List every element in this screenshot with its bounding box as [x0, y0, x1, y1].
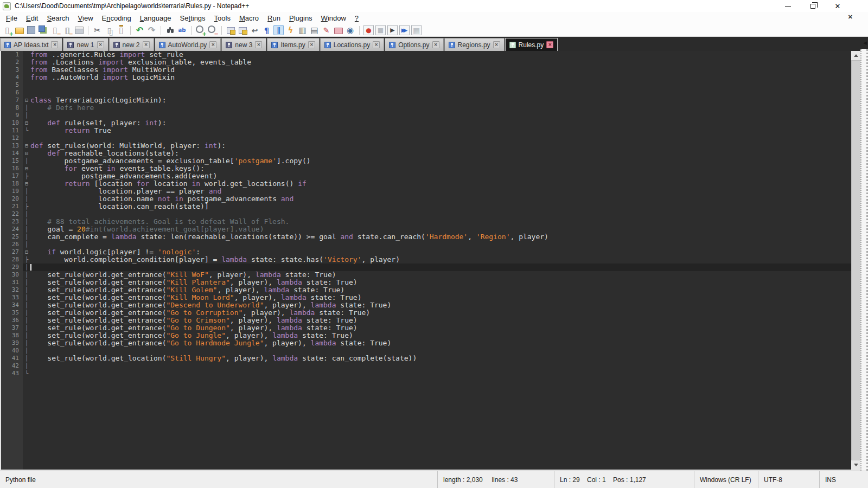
tab-close-icon[interactable]: ✕ [546, 41, 553, 48]
tab-new-1[interactable]: new 1✕ [63, 38, 108, 51]
restore-button[interactable] [800, 0, 825, 12]
code-line-25[interactable]: 25│ can_complete = lambda state: len(rea… [1, 233, 860, 241]
fold-marker-icon[interactable]: ⊟ [23, 119, 30, 127]
code-line-4[interactable]: 4from ..AutoWorld import LogicMixin [1, 74, 860, 81]
fold-marker-icon[interactable]: ⊟ [23, 180, 30, 188]
code-line-31[interactable]: 31│ set_rule(world.get_entrance("Kill Pl… [1, 279, 860, 286]
sync-h-icon[interactable] [238, 25, 248, 35]
macro-record-icon[interactable] [363, 25, 374, 35]
menu-macro[interactable]: Macro [235, 13, 263, 23]
edit-marker-icon[interactable] [321, 25, 331, 35]
tab-rules-py[interactable]: Rules.py✕ [505, 38, 558, 51]
tab-close-icon[interactable]: ✕ [143, 41, 150, 48]
find-icon[interactable] [165, 25, 175, 35]
macro-run-multiple-icon[interactable] [399, 25, 410, 35]
code-line-10[interactable]: 10⊟ def rule(self, player: int): [1, 119, 860, 127]
tab-close-icon[interactable]: ✕ [209, 41, 216, 48]
undo-icon[interactable] [135, 25, 145, 35]
code-line-28[interactable]: 28├ world.completion_condition[player] =… [1, 256, 860, 264]
code-line-30[interactable]: 30│ set_rule(world.get_entrance("Kill Wo… [1, 271, 860, 279]
code-line-13[interactable]: 13⊟def set_rules(world: MultiWorld, play… [1, 142, 860, 150]
minimize-button[interactable] [775, 0, 800, 12]
indent-guide-icon[interactable] [273, 25, 284, 35]
fold-marker-icon[interactable]: ⊟ [23, 165, 30, 172]
tab-scroll-left-icon[interactable]: ◀ [863, 40, 867, 46]
doc-map-icon[interactable] [297, 25, 308, 35]
menu-settings[interactable]: Settings [176, 13, 210, 23]
fold-marker-icon[interactable]: ⊟ [23, 142, 30, 150]
code-line-17[interactable]: 17├ postgame_advancements.add(event) [1, 172, 860, 180]
tab-new-3[interactable]: new 3✕ [221, 38, 266, 51]
code-line-36[interactable]: 36│ set_rule(world.get_entrance("Go to C… [1, 317, 860, 324]
code-line-40[interactable]: 40│ [1, 347, 860, 355]
zoom-out-icon[interactable] [207, 25, 218, 35]
close-button[interactable]: ✕ [825, 0, 850, 12]
show-all-chars-icon[interactable] [261, 25, 272, 35]
word-wrap-icon[interactable] [250, 25, 260, 35]
code-line-5[interactable]: 5 [1, 81, 860, 89]
code-line-16[interactable]: 16⊟ for event in events_table.keys(): [1, 165, 860, 172]
code-line-29[interactable]: 29│ [1, 264, 860, 271]
tab-locations-py[interactable]: Locations.py✕ [320, 38, 384, 51]
code-line-41[interactable]: 41│ set_rule(world.get_location("Still H… [1, 355, 860, 362]
macro-stop-icon[interactable] [375, 25, 386, 35]
tab-close-icon[interactable]: ✕ [308, 41, 315, 48]
print-icon[interactable] [74, 25, 84, 35]
code-line-24[interactable]: 24│ goal = 20#int(world.achievement_goal… [1, 226, 860, 233]
sync-v-icon[interactable] [226, 25, 236, 35]
code-line-23[interactable]: 23│ # 88 total achievements. Goal is to … [1, 218, 860, 226]
tab-autoworld-py[interactable]: AutoWorld.py✕ [155, 38, 221, 51]
copy-icon[interactable] [104, 25, 114, 35]
fold-marker-icon[interactable]: ⊟ [23, 248, 30, 256]
macro-play-icon[interactable] [387, 25, 398, 35]
code-line-19[interactable]: 19│ location.player == player and [1, 188, 860, 195]
folder-workspace-icon[interactable] [333, 25, 343, 35]
save-icon[interactable] [26, 25, 36, 35]
menu-plugins[interactable]: Plugins [285, 13, 317, 23]
scroll-down-button[interactable] [851, 460, 860, 470]
code-line-35[interactable]: 35│ set_rule(world.get_entrance("Go to C… [1, 309, 860, 317]
code-line-6[interactable]: 6 [1, 89, 860, 97]
code-line-39[interactable]: 39│ set_rule(world.get_entrance("Go to H… [1, 339, 860, 347]
code-line-14[interactable]: 14⊟ def reachable_locations(state): [1, 150, 860, 157]
code-line-26[interactable]: 26│ [1, 241, 860, 248]
new-file-icon[interactable] [2, 25, 12, 35]
tab-options-py[interactable]: Options.py✕ [385, 38, 443, 51]
code-line-2[interactable]: 2from .Locations import exclusion_table,… [1, 59, 860, 66]
paste-icon[interactable] [116, 25, 126, 35]
menu-encoding[interactable]: Encoding [98, 13, 136, 23]
open-file-icon[interactable] [14, 25, 24, 35]
menu-search[interactable]: Search [42, 13, 73, 23]
code-line-18[interactable]: 18⊟ return [location for location in wor… [1, 180, 860, 188]
tab-regions-py[interactable]: Regions.py✕ [444, 38, 505, 51]
scrollbar-thumb[interactable] [851, 60, 860, 460]
close-icon[interactable] [50, 25, 60, 35]
menubar-close-icon[interactable]: ✕ [848, 14, 853, 21]
menu-language[interactable]: Language [136, 13, 176, 23]
code-line-3[interactable]: 3from BaseClasses import MultiWorld [1, 66, 860, 74]
menu-run[interactable]: Run [263, 13, 285, 23]
fold-marker-icon[interactable]: ⊟ [23, 97, 30, 104]
tab-close-icon[interactable]: ✕ [493, 41, 500, 48]
code-line-32[interactable]: 32│ set_rule(world.get_entrance("Kill Go… [1, 286, 860, 294]
code-line-27[interactable]: 27⊟ if world.logic[player] != 'nologic': [1, 248, 860, 256]
tab-close-icon[interactable]: ✕ [255, 41, 262, 48]
function-list-icon[interactable] [285, 25, 296, 35]
tab-ap-ideas-txt[interactable]: AP Ideas.txt✕ [0, 38, 62, 51]
redo-icon[interactable] [146, 25, 157, 35]
editor[interactable]: 1from ..generic.Rules import set_rule2fr… [0, 51, 860, 471]
tab-close-icon[interactable]: ✕ [373, 41, 380, 48]
close-all-icon[interactable] [62, 25, 72, 35]
macro-save-icon[interactable] [411, 25, 422, 35]
fold-marker-icon[interactable]: ⊟ [23, 150, 30, 157]
vertical-scrollbar[interactable] [851, 51, 860, 470]
tab-new-2[interactable]: new 2✕ [109, 38, 154, 51]
tab-close-icon[interactable]: ✕ [432, 41, 439, 48]
cut-icon[interactable] [92, 25, 103, 35]
status-encoding[interactable]: UTF-8 [758, 471, 819, 488]
save-all-icon[interactable] [38, 25, 48, 35]
menu-view[interactable]: View [74, 13, 98, 23]
menu-edit[interactable]: Edit [22, 13, 42, 23]
code-line-11[interactable]: 11└ return True [1, 127, 860, 134]
code-line-21[interactable]: 21├ location.can_reach(state)] [1, 203, 860, 210]
